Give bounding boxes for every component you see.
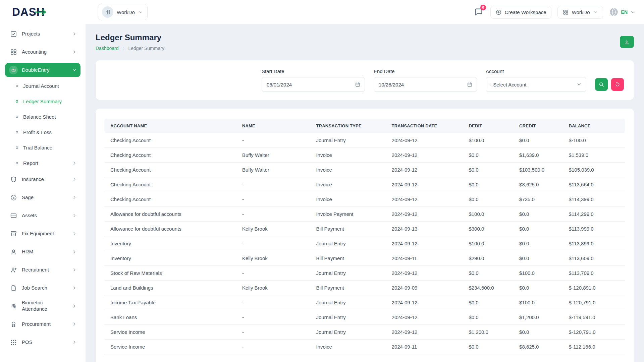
- dots-grid-icon: [10, 339, 17, 346]
- sidebar-item-projects[interactable]: Projects: [5, 27, 80, 41]
- table-cell: -: [236, 133, 310, 148]
- sidebar-subitem-report[interactable]: Report: [10, 157, 80, 169]
- table-row: Allowance for doubtful accountsKelly Bro…: [104, 222, 625, 236]
- ledger-table-card: ACCOUNT NAME NAME TRANSACTION TYPE TRANS…: [96, 109, 634, 362]
- sidebar-subitem-label: Balance Sheet: [23, 114, 56, 120]
- sidebar-item-label: HRM: [22, 249, 62, 255]
- table-cell: $0.0: [463, 148, 513, 163]
- workspace-switcher[interactable]: WorkDo: [98, 4, 148, 20]
- start-date-input[interactable]: [262, 77, 365, 92]
- download-button[interactable]: [620, 36, 634, 48]
- svg-text:S: S: [12, 196, 14, 199]
- sidebar-item-doubleentry[interactable]: DoubleEntry: [5, 63, 80, 77]
- table-cell: $0.0: [463, 310, 513, 325]
- table-cell: $-100.0: [563, 133, 625, 148]
- table-cell: 2024-09-12: [386, 163, 463, 177]
- table-cell: Invoice Payment: [310, 207, 385, 222]
- chevron-right-icon: [72, 177, 77, 182]
- breadcrumb-current: Ledger Summary: [128, 46, 164, 51]
- table-cell: $0.0: [513, 222, 563, 236]
- sidebar-item-procurement[interactable]: Procurement: [5, 317, 80, 331]
- sidebar-item-insurance[interactable]: Insurance: [5, 172, 80, 186]
- end-date-label: End Date: [374, 68, 477, 74]
- sidebar-item-label: Sage: [22, 194, 62, 201]
- search-icon: [598, 81, 604, 87]
- sidebar-subitem-profit-loss[interactable]: Profit & Loss: [10, 126, 80, 138]
- workdo-menu-button[interactable]: WorkDo: [557, 6, 603, 19]
- chevron-right-icon: [72, 249, 77, 254]
- sidebar-item-biometric-attendance[interactable]: Biometric Attendance: [5, 299, 80, 313]
- sidebar-item-sage[interactable]: S Sage: [5, 190, 80, 204]
- start-date-label: Start Date: [262, 68, 365, 74]
- create-workspace-button[interactable]: Create Workspace: [490, 6, 551, 19]
- table-cell: Journal Entry: [310, 236, 385, 251]
- dash-logo[interactable]: DASH: [0, 6, 86, 18]
- search-button[interactable]: [595, 78, 608, 91]
- table-cell: Income Tax Payable: [104, 295, 236, 310]
- ledger-table: ACCOUNT NAME NAME TRANSACTION TYPE TRANS…: [104, 119, 625, 354]
- table-cell: 2024-09-12: [386, 295, 463, 310]
- table-cell: $8,625.0: [513, 177, 563, 192]
- table-cell: $114,299.0: [563, 207, 625, 222]
- table-cell: Checking Account: [104, 177, 236, 192]
- table-cell: Checking Account: [104, 192, 236, 207]
- table-cell: Allowance for doubtful accounts: [104, 207, 236, 222]
- table-cell: 2024-09-12: [386, 266, 463, 281]
- messages-button[interactable]: 0: [473, 6, 484, 18]
- layout-grid-icon: [10, 49, 17, 56]
- sidebar-item-recruitment[interactable]: Recruitment: [5, 263, 80, 277]
- sidebar-subitem-label: Ledger Summary: [23, 99, 62, 104]
- table-cell: $-119,591.0: [563, 310, 625, 325]
- shield-icon: [10, 176, 17, 183]
- sidebar-subitem-trial-balance[interactable]: Trial Balance: [10, 141, 80, 154]
- dot-circle-icon: [15, 161, 19, 165]
- chevron-right-icon: [72, 161, 77, 166]
- table-row: Inventory-Journal Entry2024-09-12$100.0$…: [104, 236, 625, 251]
- table-cell: $0.0: [463, 340, 513, 354]
- table-cell: $0.0: [463, 177, 513, 192]
- sidebar-subitem-ledger-summary[interactable]: Ledger Summary: [10, 95, 80, 108]
- table-cell: -: [236, 340, 310, 354]
- account-label: Account: [486, 68, 586, 74]
- table-cell: 2024-09-11: [386, 340, 463, 354]
- table-row: Allowance for doubtful accounts-Invoice …: [104, 207, 625, 222]
- table-cell: 2024-09-09: [386, 281, 463, 295]
- chevron-right-icon: [72, 321, 77, 327]
- table-cell: $0.0: [513, 207, 563, 222]
- table-cell: -: [236, 177, 310, 192]
- breadcrumb-dashboard-link[interactable]: Dashboard: [96, 46, 119, 51]
- reset-button[interactable]: [611, 78, 624, 91]
- table-row: Checking Account-Invoice2024-09-12$0.0$7…: [104, 192, 625, 207]
- table-cell: Bill Payment: [310, 251, 385, 266]
- language-selector[interactable]: EN: [609, 7, 635, 17]
- column-header-name: NAME: [236, 119, 310, 133]
- table-cell: Invoice: [310, 163, 385, 177]
- sidebar-item-job-search[interactable]: Job Search: [5, 281, 80, 295]
- table-cell: Journal Entry: [310, 295, 385, 310]
- sidebar-item-fix-equipment[interactable]: Fix Equipment: [5, 227, 80, 241]
- table-row: Bank Loans-Journal Entry2024-09-12$0.0$1…: [104, 310, 625, 325]
- sidebar-item-accounting[interactable]: Accounting: [5, 45, 80, 59]
- table-cell: 2024-09-12: [386, 207, 463, 222]
- table-cell: 2024-09-12: [386, 236, 463, 251]
- language-label: EN: [621, 9, 628, 15]
- globe-icon: [609, 7, 619, 17]
- sidebar-item-pos[interactable]: POS: [5, 335, 80, 349]
- sage-s-circle-icon: S: [10, 194, 17, 201]
- person-icon: [10, 248, 17, 255]
- table-cell: 2024-09-11: [386, 251, 463, 266]
- chevron-right-icon: [72, 195, 77, 200]
- account-select[interactable]: - Select Account: [486, 77, 586, 92]
- table-cell: Checking Account: [104, 148, 236, 163]
- sidebar-item-hrm[interactable]: HRM: [5, 245, 80, 259]
- table-cell: 2024-09-13: [386, 222, 463, 236]
- table-cell: Checking Account: [104, 133, 236, 148]
- sidebar-subitem-journal-account[interactable]: Journal Account: [10, 80, 80, 92]
- table-cell: Inventory: [104, 236, 236, 251]
- sidebar-item-assets[interactable]: Assets: [5, 208, 80, 223]
- end-date-input[interactable]: [374, 77, 477, 92]
- chevron-right-icon: [72, 340, 77, 345]
- table-cell: $8,625.0: [513, 340, 563, 354]
- sidebar-subitem-balance-sheet[interactable]: Balance Sheet: [10, 111, 80, 123]
- column-header-account-name: ACCOUNT NAME: [104, 119, 236, 133]
